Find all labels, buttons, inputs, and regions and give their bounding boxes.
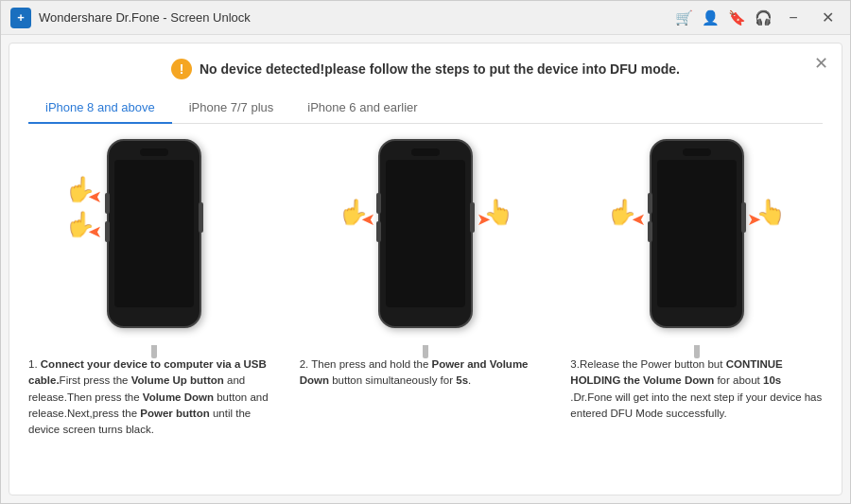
- step1-num: 1.: [28, 358, 41, 370]
- step1-bold4: Power button: [140, 408, 209, 419]
- arrow-right3-icon: ➤: [747, 209, 761, 230]
- close-button[interactable]: ✕: [814, 8, 841, 28]
- notice-bar: ! No device detected!please follow the s…: [28, 59, 823, 79]
- app-window: + Wondershare Dr.Fone - Screen Unlock 🛒 …: [0, 0, 851, 504]
- step3-text2: .Dr.Fone will get into the next step if …: [570, 391, 822, 419]
- minimize-button[interactable]: −: [780, 8, 807, 28]
- phone3-vol-down-btn: [648, 221, 652, 242]
- notice-text: No device detected!please follow the ste…: [200, 61, 680, 77]
- step1-bold2: Volume Up button: [131, 374, 224, 386]
- step1-description: 1. Connect your device to computer via a…: [28, 356, 281, 438]
- phone2-power-btn: [470, 202, 475, 233]
- step3-num: 3.Release the Power button but: [570, 358, 725, 370]
- phone-cable-3: [694, 345, 700, 358]
- phone-cable-1: [151, 345, 157, 358]
- dialog-close-icon[interactable]: ✕: [814, 53, 828, 74]
- cart-icon[interactable]: 🛒: [674, 9, 693, 27]
- arrow-right2-icon: ➤: [477, 209, 491, 230]
- step2-bold2: 5s: [456, 374, 468, 386]
- phone-notch-2: [411, 148, 440, 156]
- window-title: Wondershare Dr.Fone - Screen Unlock: [39, 10, 674, 25]
- arrow-left3-icon: ➤: [632, 209, 646, 230]
- phone-body-3: [650, 139, 744, 328]
- step1-bold3: Volume Down: [143, 391, 214, 403]
- step2-num: 2. Then press and hold the: [300, 358, 432, 370]
- app-logo: +: [10, 8, 31, 28]
- step1-phone-illustration: 👆 ➤ 👆: [86, 139, 223, 347]
- phone-body-1: [107, 139, 201, 328]
- phone-screen-1: [114, 160, 194, 307]
- tab-bar: iPhone 8 and above iPhone 7/7 plus iPhon…: [28, 93, 823, 124]
- headset-icon[interactable]: 🎧: [754, 9, 773, 27]
- phone-power-btn: [199, 202, 203, 233]
- tab-iphone8[interactable]: iPhone 8 and above: [28, 93, 172, 124]
- phone-body-2: [378, 139, 473, 328]
- arrow-voldown-icon: ➤: [88, 221, 102, 242]
- step-1: 👆 ➤ 👆: [28, 139, 281, 479]
- phone2-vol-up-btn: [376, 193, 381, 214]
- phone-notch-1: [140, 148, 168, 156]
- tab-iphone7[interactable]: iPhone 7/7 plus: [172, 93, 291, 124]
- titlebar: + Wondershare Dr.Fone - Screen Unlock 🛒 …: [1, 1, 850, 35]
- step2-text1: button simultaneously for: [329, 374, 456, 386]
- step2-text2: .: [468, 374, 471, 386]
- step2-description: 2. Then press and hold the Power and Vol…: [300, 356, 552, 390]
- warning-icon: !: [171, 59, 192, 79]
- titlebar-icons: 🛒 👤 🔖 🎧 − ✕: [674, 8, 841, 28]
- step-2: 👆 ➤ 👆 ➤ 2: [300, 139, 552, 479]
- step2-phone-illustration: 👆 ➤ 👆 ➤: [357, 139, 495, 347]
- step-3: 👆 ➤ 👆 ➤ 3: [570, 139, 823, 479]
- content-area: ✕ ! No device detected!please follow the…: [9, 43, 842, 495]
- user-icon[interactable]: 👤: [701, 9, 720, 27]
- phone-cable-2: [423, 345, 428, 358]
- phone-notch-3: [683, 148, 711, 156]
- phone-screen-3: [657, 160, 737, 307]
- phone-vol-up-btn: [105, 193, 110, 214]
- bookmark-icon[interactable]: 🔖: [727, 9, 746, 27]
- phone2-vol-down-btn: [376, 221, 381, 242]
- arrow-volup-icon: ➤: [88, 186, 102, 207]
- phone-screen-2: [386, 160, 465, 307]
- step3-text1: for about: [714, 374, 763, 386]
- phone-vol-down-btn: [105, 221, 110, 242]
- step3-phone-illustration: 👆 ➤ 👆 ➤: [628, 139, 765, 347]
- step1-text1: First press the: [60, 374, 131, 386]
- step3-description: 3.Release the Power button but CONTINUE …: [570, 356, 823, 422]
- arrow-left2-icon: ➤: [361, 209, 375, 230]
- tab-iphone6[interactable]: iPhone 6 and earlier: [290, 93, 434, 124]
- phone3-power-btn: [741, 202, 746, 233]
- step3-bold2: 10s: [763, 374, 781, 386]
- steps-container: 👆 ➤ 👆: [28, 139, 823, 479]
- phone3-vol-up-btn: [648, 193, 652, 214]
